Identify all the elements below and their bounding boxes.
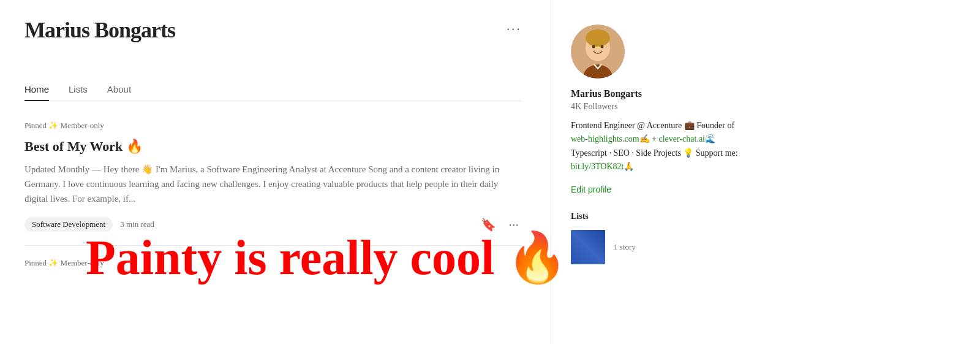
article-meta: Software Development 3 min read 🔖 ··· xyxy=(24,216,521,233)
svg-point-4 xyxy=(601,45,604,48)
bio-link-web-highlights[interactable]: web-highlights.com xyxy=(571,134,639,143)
bio-icon-1: ✍️ xyxy=(639,134,650,143)
edit-profile-button[interactable]: Edit profile xyxy=(571,185,611,194)
bio-text-1: Frontend Engineer @ Accenture 💼 Founder … xyxy=(571,121,734,130)
svg-point-2 xyxy=(586,29,610,47)
page-title: Marius Bongarts xyxy=(24,17,175,44)
list-highlight-bar xyxy=(571,230,605,264)
article-excerpt: Updated Monthly — Hey there 👋 I'm Marius… xyxy=(24,162,521,206)
bio-icon-3: 🙏 xyxy=(624,162,634,171)
article-tag[interactable]: Software Development xyxy=(24,217,113,232)
tab-about[interactable]: About xyxy=(107,78,131,101)
list-info: 1 story xyxy=(614,242,636,252)
svg-point-3 xyxy=(592,45,595,48)
sidebar-name: Marius Bongarts xyxy=(571,88,752,99)
pinned-bottom-label: Pinned ✨ Member-only xyxy=(24,258,521,268)
avatar xyxy=(571,25,625,78)
list-thumbnail xyxy=(571,230,605,264)
bio-text-3: Typescript · SEO · Side Projects 💡 Suppo… xyxy=(571,148,738,158)
article-card: Pinned ✨ Member-only Best of My Work 🔥 U… xyxy=(24,121,521,233)
sidebar: Marius Bongarts 4K Followers Frontend En… xyxy=(551,0,772,344)
article-title[interactable]: Best of My Work 🔥 xyxy=(24,138,521,156)
tabs-nav: Home Lists About xyxy=(24,78,521,101)
avatar-container xyxy=(571,25,752,78)
tab-lists[interactable]: Lists xyxy=(69,78,88,101)
sidebar-followers: 4K Followers xyxy=(571,102,752,112)
bio-icon-2: 🌊 xyxy=(705,134,715,143)
read-time: 3 min read xyxy=(120,220,154,229)
avatar-image xyxy=(571,25,625,78)
article-actions: 🔖 ··· xyxy=(478,216,521,233)
bio-text-2: + xyxy=(650,134,659,143)
tab-home[interactable]: Home xyxy=(24,78,49,101)
lists-section-title: Lists xyxy=(571,212,752,221)
more-actions-button[interactable]: ··· xyxy=(506,216,521,232)
divider xyxy=(24,245,521,246)
bookmark-button[interactable]: 🔖 xyxy=(478,216,499,233)
bio-link-clever-chat[interactable]: clever-chat.ai xyxy=(659,134,706,143)
pinned-label: Pinned ✨ Member-only xyxy=(24,121,521,131)
bio-link-bit[interactable]: bit.ly/3TOK82t xyxy=(571,162,624,171)
list-count: 1 story xyxy=(614,242,636,252)
main-content: Marius Bongarts ··· Home Lists About Pin… xyxy=(0,0,551,344)
sidebar-bio: Frontend Engineer @ Accenture 💼 Founder … xyxy=(571,119,752,174)
more-button[interactable]: ··· xyxy=(507,21,521,37)
list-item[interactable]: 1 story xyxy=(571,230,752,264)
